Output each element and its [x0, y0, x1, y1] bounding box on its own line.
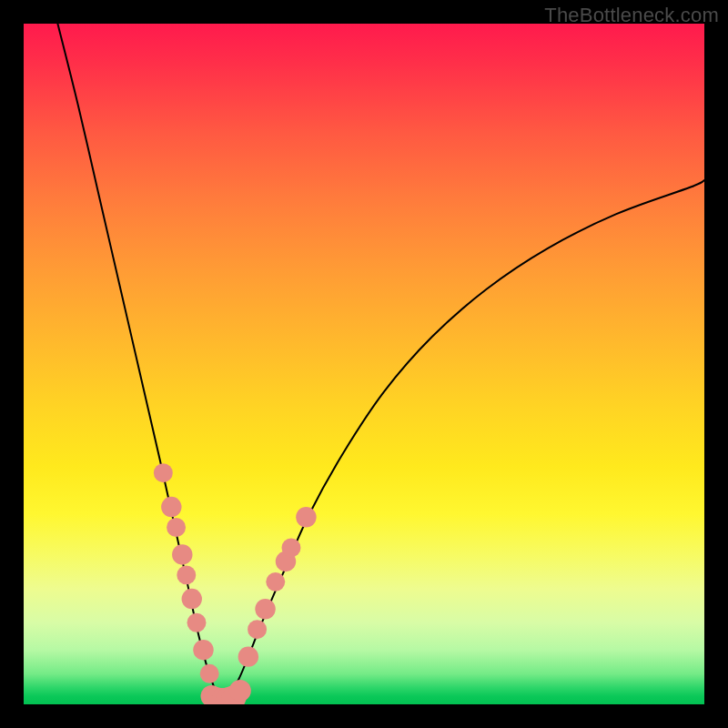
outer-frame: TheBottleneck.com — [0, 0, 728, 728]
chart-svg — [24, 24, 704, 704]
marker-point — [238, 646, 258, 666]
marker-point — [182, 589, 202, 609]
marker-points — [154, 463, 317, 704]
marker-point — [172, 544, 192, 564]
marker-point — [248, 620, 267, 639]
marker-point — [187, 613, 207, 632]
marker-point — [200, 664, 219, 683]
marker-point — [229, 680, 251, 702]
watermark-text: TheBottleneck.com — [544, 4, 719, 27]
marker-point — [161, 497, 181, 517]
marker-point — [167, 518, 186, 537]
curve-right-branch — [221, 180, 704, 704]
marker-point — [281, 538, 300, 557]
marker-point — [193, 640, 213, 660]
marker-point — [177, 565, 196, 584]
marker-point — [266, 572, 285, 592]
marker-point — [154, 463, 173, 482]
marker-point — [255, 599, 275, 619]
plot-area — [24, 24, 704, 704]
marker-point — [296, 507, 316, 527]
